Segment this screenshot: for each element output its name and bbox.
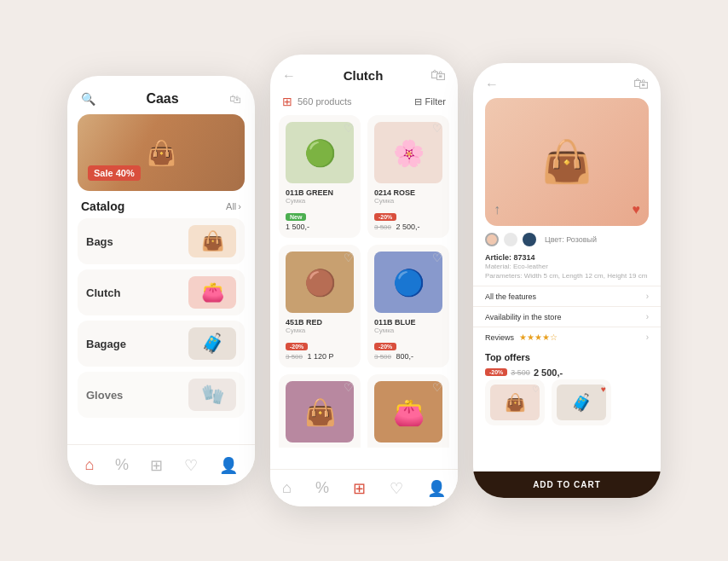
bottom-nav: ⌂ % ⊞ ♡ 👤 <box>67 444 255 485</box>
heart-icon[interactable]: ♡ <box>532 385 540 394</box>
filter-icon: ⊟ <box>414 96 422 107</box>
features-row[interactable]: All the features › <box>473 286 661 306</box>
availability-row[interactable]: Availability in the store › <box>473 306 661 327</box>
search-icon[interactable] <box>81 90 95 107</box>
chevron-icon: › <box>646 333 649 342</box>
share-icon[interactable]: ↑ <box>494 202 500 217</box>
filter-button[interactable]: ⊟ Filter <box>414 96 446 107</box>
product-card-5[interactable]: 👛 ♡ BROWN Сумка 1 800,- <box>367 374 449 448</box>
heart-icon[interactable]: ♥ <box>633 202 641 217</box>
catalog-item-label: Gloves <box>86 389 180 402</box>
product-card-4[interactable]: 👜 ♡ MAROON Сумка 2 200,- <box>279 374 361 448</box>
bag-icon[interactable] <box>229 90 241 107</box>
catalog-item-image: 👜 <box>188 225 236 257</box>
product-detail-image: 👜 ↑ ♥ <box>485 98 649 226</box>
offer-card-0[interactable]: 👜 ♡ <box>485 379 545 425</box>
back-icon[interactable]: ← <box>282 68 296 84</box>
reviews-label: Reviews <box>485 333 514 342</box>
product-emoji: 👜 <box>541 138 592 186</box>
p1-header: Caas <box>67 76 255 114</box>
product-count: ⊞ 560 products <box>282 95 352 108</box>
catalog-item-clutch[interactable]: Clutch 👛 <box>78 269 245 315</box>
product-card-3[interactable]: 🔵 ♡ 011B BLUE Сумка -20% 3 500 800,- <box>367 245 449 367</box>
percent-nav-icon[interactable]: % <box>315 479 329 497</box>
offer-badge: -20% <box>485 368 507 376</box>
color-swatches: Цвет: Розовый <box>473 226 661 248</box>
heart-icon[interactable]: ♡ <box>432 381 442 394</box>
features-label: All the features <box>485 292 536 301</box>
catalog-item-gloves[interactable]: Gloves 🧤 <box>78 372 245 418</box>
chevron-icon: › <box>646 292 649 301</box>
offer-card-1[interactable]: 🧳 ♥ <box>552 379 611 425</box>
heart-icon[interactable]: ♡ <box>344 252 354 264</box>
catalog-item-label: Clutch <box>86 286 180 299</box>
heart-icon[interactable]: ♡ <box>344 381 354 394</box>
catalog-title: Catalog <box>81 200 124 213</box>
product-card-0[interactable]: 🟢 ♡ 011B GREEN Сумка New 1 500,- <box>279 115 361 238</box>
back-icon[interactable]: ← <box>485 77 499 92</box>
add-to-cart-button[interactable]: ADD TO CART <box>473 471 661 498</box>
catalog-all-link[interactable]: All › <box>226 201 241 211</box>
product-card-1[interactable]: 🌸 ♡ 0214 ROSE Сумка -20% 3 500 2 500,- <box>367 115 449 238</box>
rating-stars: ★★★★☆ <box>519 333 558 342</box>
person-nav-icon[interactable]: 👤 <box>427 479 446 498</box>
person-nav-icon[interactable]: 👤 <box>219 456 238 475</box>
offer-price-row: -20% 3 500 2 500,- <box>473 366 661 379</box>
grid-nav-icon[interactable]: ⊞ <box>150 456 163 475</box>
grid-nav-icon[interactable]: ⊞ <box>353 479 366 498</box>
product-sub: Сумка <box>286 327 354 334</box>
catalog-header: Catalog All › <box>67 191 255 218</box>
reviews-row[interactable]: Reviews ★★★★☆ › <box>473 327 661 347</box>
badge-sale: -20% <box>374 343 396 350</box>
product-price: 3 500 800,- <box>374 352 442 361</box>
catalog-item-image: 🧳 <box>188 327 236 360</box>
product-name: 451B RED <box>286 318 354 327</box>
article-number: Article: 87314 <box>485 253 649 262</box>
color-swatch-rose[interactable] <box>485 233 499 246</box>
home-nav-icon[interactable]: ⌂ <box>282 479 292 497</box>
product-sub: Сумка <box>374 197 442 205</box>
product-card-2[interactable]: 🟤 ♡ 451B RED Сумка -20% 3 500 1 120 P <box>279 245 361 367</box>
phone-3: ← 🛍 👜 ↑ ♥ Цвет: Розовый Article: 87314 M… <box>473 63 661 498</box>
product-price: 3 500 2 500,- <box>374 223 442 231</box>
heart-icon[interactable]: ♡ <box>344 122 354 135</box>
catalog-item-label: Bagage <box>86 338 180 350</box>
page-title: Clutch <box>344 68 384 83</box>
heart-nav-icon[interactable]: ♡ <box>390 479 403 498</box>
app-title: Caas <box>146 91 178 107</box>
chevron-icon: › <box>238 201 241 211</box>
catalog-item-bagage[interactable]: Bagage 🧳 <box>78 321 245 367</box>
heart-icon[interactable]: ♡ <box>432 252 442 264</box>
p2-header: ← Clutch 🛍 <box>270 55 458 91</box>
phone-2: ← Clutch 🛍 ⊞ 560 products ⊟ Filter 🟢 ♡ 0… <box>270 55 458 506</box>
offer-image: 🧳 <box>557 385 606 420</box>
catalog-item-bags[interactable]: Bags 👜 <box>78 218 245 264</box>
top-offers-title: Top offers <box>473 347 661 366</box>
home-nav-icon[interactable]: ⌂ <box>84 456 94 474</box>
badge-new: New <box>286 213 306 221</box>
bag-icon[interactable]: 🛍 <box>430 67 446 84</box>
products-grid: 🟢 ♡ 011B GREEN Сумка New 1 500,- 🌸 ♡ 021… <box>270 115 458 448</box>
heart-nav-icon[interactable]: ♡ <box>184 456 198 475</box>
color-swatch-navy[interactable] <box>523 233 536 246</box>
product-price: 3 500 1 120 P <box>286 352 354 361</box>
heart-icon[interactable]: ♡ <box>432 122 442 135</box>
badge-sale: -20% <box>374 213 396 221</box>
phone-1: Caas 👜 Sale 40% Catalog All › Bags 👜 Clu… <box>67 76 255 485</box>
heart-icon[interactable]: ♥ <box>601 385 606 394</box>
percent-nav-icon[interactable]: % <box>115 456 129 474</box>
availability-label: Availability in the store <box>485 313 561 321</box>
bag-icon[interactable]: 🛍 <box>633 75 649 93</box>
product-price: 1 500,- <box>286 223 354 231</box>
product-name: 011B GREEN <box>286 188 354 197</box>
article-section: Article: 87314 Material: Eco-leather Par… <box>473 248 661 286</box>
scene: Caas 👜 Sale 40% Catalog All › Bags 👜 Clu… <box>67 55 661 506</box>
grid-icon: ⊞ <box>282 95 292 108</box>
chevron-icon: › <box>646 312 649 321</box>
product-sub: Сумка <box>286 197 354 205</box>
catalog-item-image: 🧤 <box>188 379 236 411</box>
color-swatch-white[interactable] <box>504 233 517 246</box>
catalog-item-image: 👛 <box>188 276 236 309</box>
offer-cards: 👜 ♡ 🧳 ♥ <box>473 379 661 425</box>
p3-header: ← 🛍 <box>473 63 661 98</box>
